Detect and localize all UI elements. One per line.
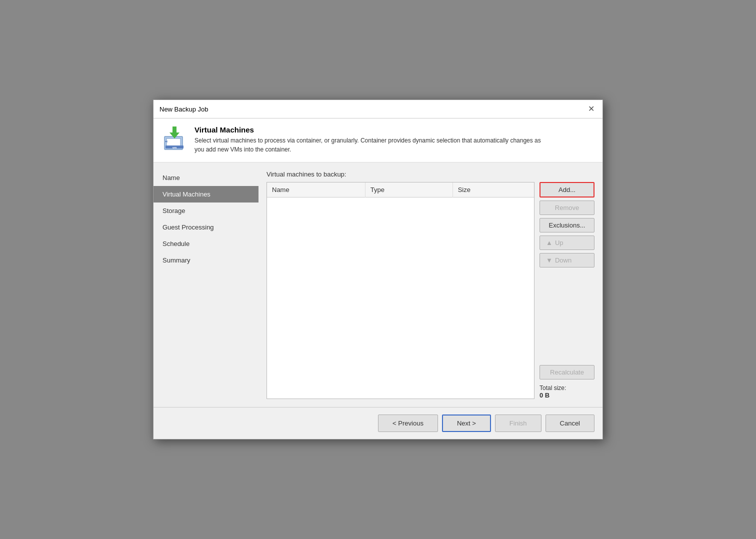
total-size-value: 0 B <box>540 392 594 399</box>
header-text: Virtual Machines Select virtual machines… <box>194 126 544 154</box>
recalculate-button[interactable]: Recalculate <box>540 365 594 380</box>
sidebar-item-storage[interactable]: Storage <box>154 202 258 219</box>
header-title: Virtual Machines <box>194 126 544 134</box>
sidebar: Name Virtual Machines Storage Guest Proc… <box>154 162 258 407</box>
section-label: Virtual machines to backup: <box>266 170 594 178</box>
down-button[interactable]: ▼ Down <box>540 253 594 268</box>
down-arrow-icon: ▼ <box>546 256 552 264</box>
col-type: Type <box>365 182 452 198</box>
dialog-footer: < Previous Next > Finish Cancel <box>154 407 602 439</box>
previous-button[interactable]: < Previous <box>378 414 438 432</box>
exclusions-button[interactable]: Exclusions... <box>540 218 594 232</box>
header-description: Select virtual machines to process via c… <box>194 136 544 154</box>
finish-button[interactable]: Finish <box>495 414 542 432</box>
add-button[interactable]: Add... <box>540 182 594 198</box>
col-size: Size <box>452 182 534 198</box>
up-button[interactable]: ▲ Up <box>540 236 594 250</box>
sidebar-item-name[interactable]: Name <box>154 170 258 186</box>
vm-action-buttons: Add... Remove Exclusions... ▲ Up ▼ Down … <box>540 182 594 399</box>
sidebar-item-guest-processing[interactable]: Guest Processing <box>154 219 258 236</box>
content-area: Name Virtual Machines Storage Guest Proc… <box>154 162 602 407</box>
svg-text:vm: vm <box>172 146 177 149</box>
up-arrow-icon: ▲ <box>546 239 552 246</box>
header-section: vm Virtual Machines Select virtual machi… <box>154 118 602 162</box>
sidebar-item-schedule[interactable]: Schedule <box>154 236 258 252</box>
vm-table: Name Type Size <box>267 182 534 198</box>
new-backup-job-dialog: New Backup Job ✕ vm Virtual Machines Sel <box>153 100 603 440</box>
total-size-area: Total size: 0 B <box>540 384 594 399</box>
vm-icon: vm <box>162 126 188 152</box>
vm-panel: Name Type Size Add... Remove E <box>266 182 594 399</box>
vm-table-container: Name Type Size <box>266 182 534 399</box>
title-bar: New Backup Job ✕ <box>154 100 602 118</box>
col-name: Name <box>267 182 365 198</box>
svg-rect-1 <box>166 138 180 146</box>
cancel-button[interactable]: Cancel <box>546 414 594 432</box>
main-area: Virtual machines to backup: Name Type Si… <box>258 162 602 407</box>
sidebar-item-summary[interactable]: Summary <box>154 252 258 268</box>
close-button[interactable]: ✕ <box>586 104 596 114</box>
remove-button[interactable]: Remove <box>540 200 594 215</box>
total-size-label: Total size: <box>540 384 594 392</box>
sidebar-item-virtual-machines[interactable]: Virtual Machines <box>154 186 258 202</box>
dialog-title: New Backup Job <box>160 106 208 113</box>
next-button[interactable]: Next > <box>442 414 491 432</box>
